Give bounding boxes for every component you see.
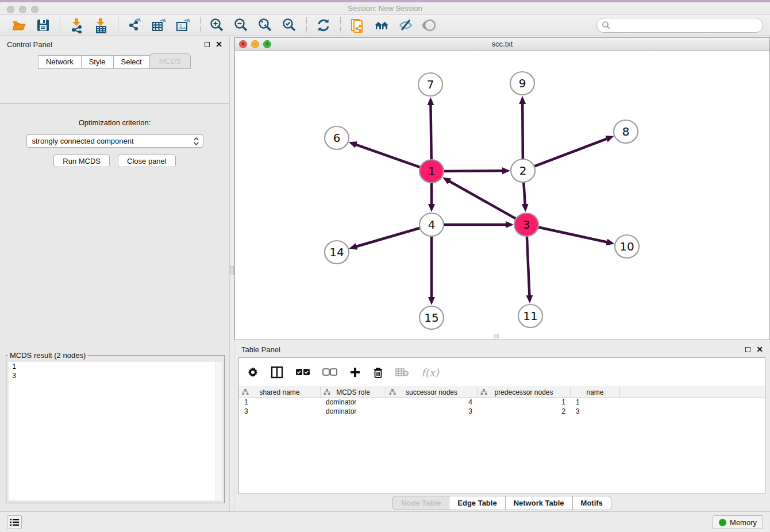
column-header-predecessor-nodes[interactable]: predecessor nodes bbox=[478, 387, 571, 397]
graph-node-14[interactable]: 14 bbox=[325, 241, 349, 264]
hide-selected-icon[interactable] bbox=[397, 17, 414, 34]
column-header-successor-nodes[interactable]: successor nodes bbox=[386, 387, 478, 397]
svg-text:6: 6 bbox=[333, 131, 341, 145]
graph-node-10[interactable]: 10 bbox=[615, 235, 639, 258]
graph-node-1[interactable]: 1 bbox=[419, 160, 444, 183]
toolbar-separator bbox=[118, 17, 118, 33]
table-row[interactable]: 1dominator411 bbox=[239, 398, 765, 407]
graph-edge-1-7[interactable] bbox=[430, 104, 431, 161]
import-network-icon[interactable] bbox=[68, 17, 86, 34]
graph-edge-1-2[interactable] bbox=[442, 171, 503, 171]
search-input[interactable] bbox=[611, 21, 763, 30]
table-cell[interactable]: 2 bbox=[478, 407, 571, 415]
tab-select[interactable]: Select bbox=[113, 55, 150, 69]
deselect-all-icon[interactable] bbox=[322, 368, 337, 376]
graph-node-2[interactable]: 2 bbox=[511, 159, 535, 182]
column-panel-icon[interactable] bbox=[271, 366, 283, 379]
network-window-titlebar[interactable]: ✕ − + scc.txt bbox=[235, 38, 769, 51]
table-row[interactable]: 3dominator323 bbox=[239, 407, 765, 416]
graph-node-15[interactable]: 15 bbox=[419, 306, 444, 329]
split-grip[interactable] bbox=[230, 266, 234, 275]
tab-network-table[interactable]: Network Table bbox=[505, 496, 573, 510]
zoom-selected-icon[interactable] bbox=[281, 17, 298, 34]
tab-style[interactable]: Style bbox=[81, 55, 114, 69]
run-mcds-button[interactable]: Run MCDS bbox=[53, 155, 110, 167]
network-maximize-icon[interactable]: + bbox=[263, 40, 271, 48]
optimization-criterion-select[interactable]: strongly connected component bbox=[26, 134, 203, 148]
graph-node-3[interactable]: 3 bbox=[514, 213, 538, 236]
table-cell[interactable]: 3 bbox=[386, 407, 478, 415]
show-all-icon[interactable] bbox=[421, 17, 438, 34]
export-table-icon[interactable] bbox=[151, 17, 168, 34]
memory-button[interactable]: Memory bbox=[713, 515, 763, 529]
toolbar-separator bbox=[200, 17, 201, 33]
graph-node-6[interactable]: 6 bbox=[325, 126, 349, 149]
gear-icon[interactable] bbox=[247, 367, 259, 378]
table-cell[interactable]: dominator bbox=[321, 398, 386, 406]
close-table-panel-icon[interactable]: ✕ bbox=[756, 345, 763, 353]
network-minimize-icon[interactable]: − bbox=[251, 40, 259, 48]
svg-text:9: 9 bbox=[519, 76, 526, 90]
select-stepper-icon bbox=[193, 137, 199, 146]
svg-text:4: 4 bbox=[428, 218, 436, 232]
network-window: ✕ − + scc.txt 7968124314101511 bbox=[234, 37, 770, 340]
close-panel-icon[interactable]: ✕ bbox=[215, 40, 222, 48]
add-column-icon[interactable] bbox=[349, 367, 361, 378]
tab-motifs[interactable]: Motifs bbox=[572, 496, 611, 510]
graph-edge-3-10[interactable] bbox=[537, 227, 608, 242]
column-header-shared-name[interactable]: shared name bbox=[239, 387, 321, 397]
column-header-MCDS-role[interactable]: MCDS role bbox=[321, 387, 386, 397]
select-all-icon[interactable] bbox=[295, 368, 310, 376]
graph-edge-1-6[interactable] bbox=[355, 144, 422, 168]
save-session-icon[interactable] bbox=[34, 17, 52, 34]
graph-node-9[interactable]: 9 bbox=[510, 72, 534, 95]
task-history-button[interactable] bbox=[7, 515, 22, 529]
search-box[interactable] bbox=[596, 18, 763, 33]
graph-edge-2-8[interactable] bbox=[533, 138, 607, 167]
graph-edge-3-11[interactable] bbox=[527, 235, 530, 296]
first-neighbors-icon[interactable] bbox=[373, 17, 390, 34]
column-header-name[interactable]: name bbox=[571, 387, 620, 397]
export-network-icon[interactable] bbox=[126, 17, 144, 34]
float-panel-icon[interactable] bbox=[205, 42, 210, 47]
graph-node-11[interactable]: 11 bbox=[518, 304, 542, 327]
table-cell[interactable]: dominator bbox=[321, 407, 386, 415]
delete-column-icon[interactable] bbox=[373, 367, 383, 379]
toolbar-separator bbox=[340, 17, 341, 33]
zoom-out-icon[interactable] bbox=[233, 17, 250, 34]
zoom-fit-icon[interactable] bbox=[257, 17, 274, 34]
graph-edge-3-1[interactable] bbox=[449, 181, 518, 219]
graph-node-4[interactable]: 4 bbox=[419, 213, 444, 236]
table-cell[interactable]: 1 bbox=[239, 398, 321, 406]
export-image-icon[interactable] bbox=[175, 17, 192, 34]
mcds-result-text[interactable]: 13 bbox=[9, 362, 222, 500]
result-scrollbar[interactable] bbox=[215, 362, 222, 500]
apply-layout-icon[interactable] bbox=[315, 17, 332, 34]
table-cell[interactable]: 1 bbox=[571, 398, 620, 406]
split-divider[interactable] bbox=[229, 36, 234, 511]
close-panel-button[interactable]: Close panel bbox=[118, 155, 176, 167]
table-cell[interactable]: 1 bbox=[478, 398, 571, 406]
tab-edge-table[interactable]: Edge Table bbox=[449, 496, 505, 510]
zoom-in-icon[interactable] bbox=[209, 17, 226, 34]
table-cell[interactable]: 3 bbox=[239, 407, 321, 415]
tab-node-table[interactable]: Node Table bbox=[392, 496, 449, 510]
graph-edge-2-3[interactable] bbox=[523, 181, 525, 205]
tab-mcds[interactable]: MCDS bbox=[149, 53, 191, 69]
open-session-icon[interactable] bbox=[10, 17, 28, 34]
table-cell[interactable]: 4 bbox=[386, 398, 478, 406]
graph-edge-2-9[interactable] bbox=[522, 103, 523, 160]
table-body: 1dominator4113dominator323 bbox=[239, 398, 765, 416]
network-canvas[interactable]: 7968124314101511 bbox=[235, 51, 769, 340]
tab-network[interactable]: Network bbox=[38, 55, 82, 69]
graph-node-7[interactable]: 7 bbox=[418, 73, 442, 96]
table-cell[interactable]: 3 bbox=[571, 407, 620, 415]
network-close-icon[interactable]: ✕ bbox=[239, 40, 247, 48]
float-table-panel-icon[interactable] bbox=[745, 347, 750, 352]
table-panel-title: Table Panel bbox=[241, 345, 280, 354]
graph-edge-4-14[interactable] bbox=[356, 228, 422, 246]
import-table-icon[interactable] bbox=[93, 17, 110, 34]
canvas-scroll-grip[interactable] bbox=[494, 334, 499, 338]
graph-node-8[interactable]: 8 bbox=[614, 120, 638, 143]
duplicate-network-icon[interactable] bbox=[349, 17, 366, 34]
